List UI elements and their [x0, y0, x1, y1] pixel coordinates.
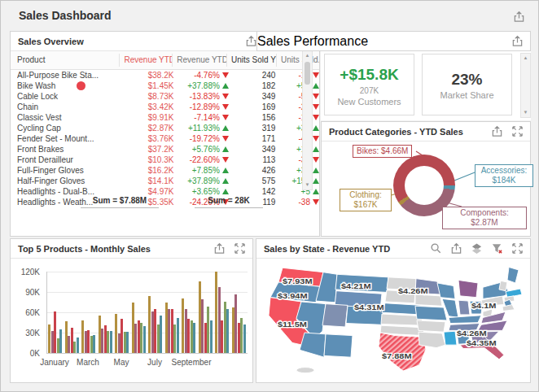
table-row[interactable]: Half-Finger Gloves$14.1K+37.89%575+158	[11, 176, 319, 186]
y-tick: 30K	[11, 329, 40, 338]
export-icon[interactable]	[491, 125, 503, 137]
state-MO	[415, 306, 447, 320]
alert-dot-icon	[77, 81, 85, 90]
state-IA	[415, 294, 442, 306]
bar-plot[interactable]	[46, 272, 248, 354]
export-icon[interactable]	[245, 35, 257, 47]
maximize-icon[interactable]	[234, 242, 246, 255]
dashboard-frame: Sales Dashboard Sales Overview Product R…	[0, 0, 539, 392]
kpi-sub: 207K	[325, 86, 414, 95]
table-row[interactable]: Headlights - Dual-B...$4.97K+3.65%142+5	[11, 186, 319, 197]
bar-April-s5[interactable]	[110, 331, 112, 353]
table-row[interactable]: All-Purpose Bike Sta...$38.2K-4.76%240-1…	[11, 70, 319, 81]
performance-scrollbar[interactable]: ▲ ▼	[520, 53, 531, 118]
clear-filter-icon[interactable]	[491, 242, 503, 255]
panel-top5-products: Top 5 Products - Monthly Sales 120K 90K …	[10, 238, 253, 383]
kpi-value: +$15.8K	[325, 66, 414, 84]
col-revenue-delta: Revenue YTD ...	[172, 54, 226, 67]
state-MI	[458, 280, 478, 297]
kpi-card-new-customers: +$15.8K 207K New Customers	[324, 54, 414, 115]
panel-title: Sales by State - Revenue YTD	[264, 244, 390, 254]
export-icon[interactable]	[213, 242, 226, 255]
state-IN	[458, 300, 470, 315]
y-tick: 60K	[11, 308, 40, 317]
bar-February-s5[interactable]	[77, 338, 79, 353]
sales-overview-caption: Sales Overview	[11, 32, 263, 51]
map-value-label: $11.5M	[278, 320, 307, 329]
table-header[interactable]: Product Revenue YTD Revenue YTD ... Unit…	[11, 51, 319, 70]
map-value-label: $3.94M	[278, 291, 308, 299]
table-scrollbar[interactable]: ▲ ▼	[302, 50, 313, 190]
donut-label-components[interactable]: Components: $2.87M	[442, 207, 527, 229]
us-choropleth-map[interactable]: $7.93M $3.94M $11.5M $4.21M $4.31M $4.26…	[258, 264, 530, 377]
maximize-icon[interactable]	[511, 242, 524, 255]
donut-label-accessories[interactable]: Accessories: $184K	[475, 164, 533, 187]
map-value-label: $4.1M	[471, 301, 497, 309]
state-VT-NH	[499, 281, 507, 290]
table-row[interactable]: Classic Vest$9.91K-7.14%156-12	[11, 112, 319, 123]
state-AZ	[300, 333, 326, 357]
scroll-down-icon[interactable]: ▼	[303, 181, 312, 189]
maximize-icon[interactable]	[511, 125, 524, 137]
col-units-delta: Units Sold...	[276, 54, 319, 67]
export-icon[interactable]	[511, 35, 524, 47]
bar-August-s5[interactable]	[177, 318, 179, 353]
map-value-label: $7.93M	[283, 277, 313, 285]
zoom-icon[interactable]	[430, 242, 442, 255]
state-WI	[437, 283, 455, 298]
table-row[interactable]: Bike Wash$1.45K+37.88%182+50	[11, 81, 319, 91]
product-table-body: All-Purpose Bike Sta...$38.2K-4.76%240-1…	[11, 70, 319, 207]
export-icon[interactable]	[450, 242, 462, 255]
state-NM	[324, 334, 353, 357]
bar-July-s5[interactable]	[160, 316, 162, 353]
bar-September-s5[interactable]	[193, 323, 195, 353]
bar-May-s5[interactable]	[126, 332, 129, 353]
panel-title: Product Categories - YTD Sales	[329, 127, 463, 137]
state-HI	[296, 368, 314, 373]
panel-title: Sales Overview	[18, 37, 84, 46]
table-row[interactable]: Front Brakes$37.2K+5.76%349+19	[11, 144, 319, 155]
state-LA	[418, 332, 445, 347]
table-row[interactable]: Front Derailleur$10.3K-22.60%113-33	[11, 155, 319, 165]
export-icon[interactable]	[513, 11, 525, 23]
bar-June-s5[interactable]	[143, 326, 146, 353]
bar-January-s5[interactable]	[59, 329, 62, 353]
donut-label-clothing[interactable]: Clothing: $167K	[340, 189, 392, 211]
state-AR	[417, 320, 445, 332]
map-value-label: $4.26M	[457, 329, 487, 337]
bar-December-s5[interactable]	[243, 324, 246, 353]
table-row[interactable]: Headlights - Weath...$5.35K-24.20%119-38	[11, 197, 319, 207]
x-tick: July	[147, 358, 162, 367]
table-row[interactable]: Chain$3.42K-12.89%169-25	[11, 102, 319, 112]
bar-March-s5[interactable]	[93, 335, 95, 354]
kpi-label: New Customers	[325, 97, 414, 107]
sales-performance-caption: Sales Performance	[256, 31, 531, 51]
scroll-up-icon[interactable]: ▲	[521, 54, 530, 63]
bar-November-s5[interactable]	[226, 309, 229, 353]
map-value-label: $4.21M	[341, 282, 371, 290]
panel-product-categories: Product Categories - YTD Sales Bikes: $4…	[321, 121, 531, 237]
y-tick: 120K	[11, 268, 40, 277]
state-MD-DE	[502, 305, 515, 311]
donut-label-bikes[interactable]: Bikes: $4.66M	[353, 145, 412, 158]
bar-October-s5[interactable]	[210, 320, 213, 353]
page-title: Sales Dashboard	[19, 9, 112, 22]
table-row[interactable]: Cable Lock$8.73K-13.83%349-56	[11, 91, 319, 102]
scroll-down-icon[interactable]: ▼	[521, 108, 530, 117]
table-row[interactable]: Full-Finger Gloves$16.2K+7.85%426+31	[11, 165, 319, 176]
panel-sales-overview: Sales Overview Product Revenue YTD Reven…	[10, 31, 320, 237]
table-row[interactable]: Cycling Cap$2.87K+11.93%319+34	[11, 123, 319, 133]
revenue-sum: Sum = $7.88M	[81, 196, 159, 208]
col-product: Product	[17, 54, 119, 67]
state-MS	[444, 331, 457, 345]
scroll-up-icon[interactable]: ▲	[303, 51, 312, 60]
layers-icon[interactable]	[471, 242, 483, 255]
sales-performance-content: +$15.8K 207K New Customers 23% Market Sh…	[321, 51, 531, 120]
table-row[interactable]: Fender Set - Mount...$3.76K-19.72%171-42	[11, 133, 319, 144]
y-tick: 0K	[11, 349, 40, 358]
panel-title: Top 5 Products - Monthly Sales	[18, 244, 151, 254]
map-value-label: $4.31M	[354, 303, 384, 311]
donut-hole	[405, 166, 444, 205]
col-revenue: Revenue YTD	[119, 54, 172, 67]
scroll-thumb[interactable]	[305, 62, 310, 85]
